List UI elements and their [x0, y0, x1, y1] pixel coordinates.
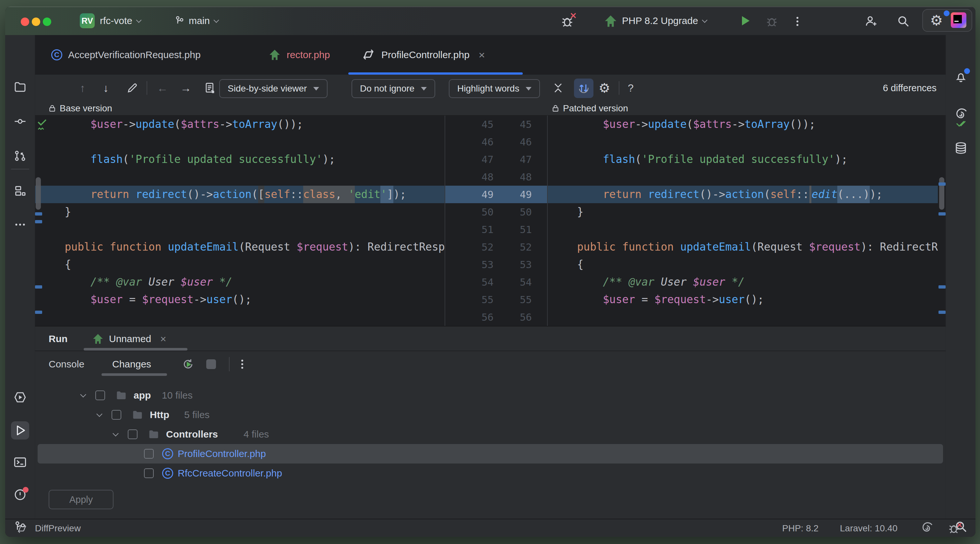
search-icon[interactable]: [896, 14, 910, 28]
laravel-version-widget[interactable]: Laravel: 10.40: [840, 519, 897, 537]
code-line[interactable]: }: [551, 203, 938, 221]
project-widget[interactable]: rfc-vote: [100, 6, 141, 35]
code-line[interactable]: /** @var User $user */: [39, 273, 445, 291]
gear-icon[interactable]: ⚙: [930, 11, 943, 30]
chevron-down-icon[interactable]: [80, 391, 86, 397]
line-number[interactable]: 5656: [445, 308, 547, 326]
chevron-down-icon[interactable]: [96, 411, 102, 417]
next-change-icon[interactable]: →: [180, 75, 191, 101]
tab-profile-controller[interactable]: ProfileController.php ×: [361, 35, 485, 75]
git-tool-icon[interactable]: [11, 517, 29, 536]
line-number[interactable]: 4949: [445, 186, 547, 203]
close-session-icon[interactable]: ×: [160, 333, 166, 345]
tree-folder-row[interactable]: app10 files: [35, 386, 946, 405]
next-difference-icon[interactable]: ↓: [103, 75, 109, 101]
run-button[interactable]: [739, 14, 752, 27]
line-number[interactable]: 4646: [445, 133, 547, 151]
bug-disabled-icon[interactable]: [560, 14, 575, 29]
change-marker[interactable]: [35, 220, 42, 223]
code-line[interactable]: /** @var User $user */: [551, 273, 938, 291]
sync-scrolling-toggle[interactable]: [574, 78, 593, 98]
code-line[interactable]: $user = $request->user();: [39, 291, 445, 308]
close-tab-icon[interactable]: ×: [479, 49, 485, 61]
find-tool-icon[interactable]: [952, 517, 970, 536]
add-user-icon[interactable]: [864, 14, 878, 28]
database-tool-icon[interactable]: [952, 139, 970, 157]
tree-folder-row[interactable]: Http5 files: [35, 405, 946, 424]
close-window-button[interactable]: [21, 18, 29, 26]
tab-accept-verification-request[interactable]: C AcceptVerificationRequest.php: [51, 35, 201, 75]
ai-status-icon[interactable]: [920, 522, 933, 535]
inspection-ok-icon[interactable]: [955, 119, 968, 130]
more-actions-button[interactable]: [797, 15, 799, 27]
line-number[interactable]: 4747: [445, 151, 547, 168]
code-line[interactable]: public function updateEmail(Request $req…: [39, 238, 445, 256]
apply-button[interactable]: Apply: [49, 490, 113, 509]
tab-rector[interactable]: rector.php: [269, 35, 330, 75]
checkbox[interactable]: [111, 410, 121, 420]
edit-icon[interactable]: [126, 75, 138, 101]
zoom-window-button[interactable]: [43, 18, 51, 26]
change-marker[interactable]: [35, 285, 42, 289]
change-marker[interactable]: [939, 212, 946, 215]
collapse-unchanged-icon[interactable]: [553, 75, 563, 101]
structure-tool-icon[interactable]: [11, 182, 29, 200]
right-scrollbar-thumb[interactable]: [939, 177, 944, 210]
pull-requests-tool-icon[interactable]: [11, 147, 29, 165]
notifications-bell-icon[interactable]: [952, 67, 970, 86]
chevron-down-icon[interactable]: [113, 431, 118, 436]
code-line[interactable]: flash('Profile updated successfully');: [39, 151, 445, 168]
run-session-tab[interactable]: Unnamed ×: [92, 327, 166, 351]
stop-button[interactable]: [206, 352, 216, 376]
more-options-button[interactable]: [241, 352, 243, 376]
php-version-widget[interactable]: PHP: 8.2: [782, 519, 818, 537]
run-config-selector[interactable]: PHP 8.2 Upgrade: [622, 6, 706, 35]
branch-widget[interactable]: main: [189, 6, 218, 35]
patched-editor-pane[interactable]: $user->update($attrs->toArray()); flash(…: [547, 116, 938, 326]
previous-difference-icon[interactable]: ↑: [80, 75, 85, 101]
code-line[interactable]: $user->update($attrs->toArray());: [551, 116, 938, 133]
line-number[interactable]: 5555: [445, 291, 547, 308]
checkbox[interactable]: [95, 391, 105, 400]
change-marker[interactable]: [939, 182, 946, 186]
code-line[interactable]: }: [39, 203, 445, 221]
ignore-policy-select[interactable]: Do not ignore: [352, 79, 435, 98]
code-line[interactable]: return redirect()->action([self::class, …: [39, 186, 445, 203]
minimize-window-button[interactable]: [32, 18, 40, 26]
checkbox[interactable]: [128, 429, 137, 439]
code-line[interactable]: flash('Profile updated successfully');: [551, 151, 938, 168]
commit-tool-icon[interactable]: [11, 112, 29, 131]
tree-file-row[interactable]: CProfileController.php: [35, 444, 946, 464]
line-number[interactable]: 5050: [445, 203, 547, 221]
change-marker[interactable]: [939, 311, 946, 314]
viewer-mode-select[interactable]: Side-by-side viewer: [219, 79, 328, 98]
change-marker[interactable]: [939, 285, 946, 289]
rerun-button[interactable]: [181, 352, 194, 376]
terminal-tool-icon[interactable]: [11, 453, 29, 471]
prev-change-icon[interactable]: ←: [157, 75, 168, 101]
run-tool-icon[interactable]: [11, 421, 29, 439]
code-line[interactable]: {: [39, 256, 445, 273]
diff-settings-gear-icon[interactable]: ⚙: [599, 75, 610, 101]
compare-file-icon[interactable]: [204, 75, 216, 101]
tab-changes[interactable]: Changes: [112, 352, 151, 376]
problems-tool-icon[interactable]: [11, 486, 29, 504]
more-tool-windows-icon[interactable]: [11, 215, 29, 234]
code-line[interactable]: $user = $request->user();: [551, 291, 938, 308]
change-marker[interactable]: [35, 311, 42, 314]
tree-folder-row[interactable]: Controllers4 files: [35, 424, 946, 444]
project-icon[interactable]: RV: [80, 13, 95, 28]
line-number[interactable]: 5151: [445, 221, 547, 238]
line-number[interactable]: 5252: [445, 238, 547, 256]
left-scrollbar-thumb[interactable]: [36, 177, 41, 210]
code-line[interactable]: {: [551, 256, 938, 273]
code-line[interactable]: public function updateEmail(Request $req…: [551, 238, 938, 256]
jetbrains-logo[interactable]: [951, 12, 966, 28]
services-tool-icon[interactable]: [11, 388, 29, 406]
base-editor-pane[interactable]: $user->update($attrs->toArray()); flash(…: [35, 116, 445, 326]
tree-file-row[interactable]: CRfcCreateController.php: [35, 464, 946, 483]
debug-button[interactable]: [765, 14, 779, 28]
line-number[interactable]: 4545: [445, 116, 547, 133]
tab-console[interactable]: Console: [49, 352, 84, 376]
project-tool-icon[interactable]: [11, 78, 29, 96]
